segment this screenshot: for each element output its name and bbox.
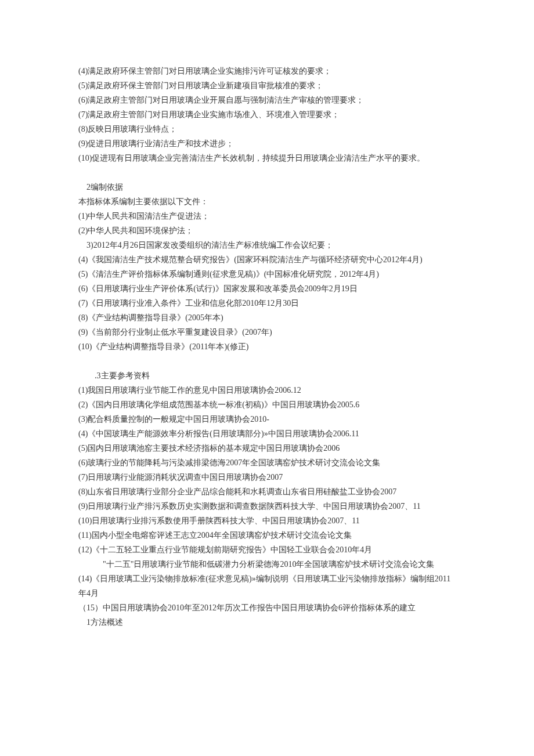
list-item: (3)配合料质量控制的一般规定中国日用玻璃协会2010- bbox=[78, 412, 456, 426]
list-item: (7)《日用玻璃行业准入条件》工业和信息化部2010年12月30日 bbox=[78, 296, 456, 310]
list-item: (6)《日用玻璃行业生产评价体系(试行)》国家发展和改革委员会2009年2月19… bbox=[78, 281, 456, 296]
list-item: (9)日用玻璃行业产排污系数历史实测数据和调查数据陕西科技大学、中国日用玻璃协会… bbox=[78, 499, 456, 513]
list-item: (12)《十二五轻工业重点行业节能规划前期研究报告》中国轻工业联合会2010年4… bbox=[78, 542, 456, 557]
list-item: (1)中华人民共和国清洁生产促进法； bbox=[78, 209, 456, 223]
list-item: (2)《国内日用玻璃化学组成范围基本统一标准(初稿)》中国日用玻璃协会2005.… bbox=[78, 397, 456, 412]
list-item: "十二五"日用玻璃行业节能和低碳潜力分析梁德海2010年全国玻璃窑炉技术研讨交流… bbox=[78, 557, 456, 571]
list-item: (4)《中国玻璃生产能源效率分析报告(日用玻璃部分)»中国日用玻璃协会2006.… bbox=[78, 426, 456, 441]
section-requirements: (4)满足政府环保主管部门对日用玻璃企业实施排污许可证核发的要求； (5)满足政… bbox=[78, 64, 456, 165]
list-item: (8)反映日用玻璃行业特点； bbox=[78, 122, 456, 136]
list-item: (9)促进日用玻璃行业清洁生产和技术进步； bbox=[78, 136, 456, 151]
list-item: (5)国内日用玻璃池窑主要技术经济指标的基本规定中国日用玻璃协会2006 bbox=[78, 441, 456, 455]
list-item: (7)日用玻璃行业能源消耗状况调查中国日用玻璃协会2007 bbox=[78, 470, 456, 484]
list-item: (7)满足政府主管部门对日用玻璃企业实施市场准入、环境准入管理要求； bbox=[78, 107, 456, 122]
list-item: (9)《当前部分行业制止低水平重复建设目录》(2007年) bbox=[78, 325, 456, 339]
list-item: (6)满足政府主管部门对日用玻璃企业开展自愿与强制清洁生产审核的管理要求； bbox=[78, 93, 456, 107]
spacer bbox=[78, 165, 456, 180]
section-title: 2编制依据 bbox=[78, 180, 456, 194]
list-item: (10)日用玻璃行业排污系数使用手册陕西科技大学、中国日用玻璃协会2007、11 bbox=[78, 513, 456, 528]
document-page: (4)满足政府环保主管部门对日用玻璃企业实施排污许可证核发的要求； (5)满足政… bbox=[0, 0, 534, 676]
list-item: (4)满足政府环保主管部门对日用玻璃企业实施排污许可证核发的要求； bbox=[78, 64, 456, 78]
list-item: (5)满足政府环保主管部门对日用玻璃企业新建项目审批核准的要求； bbox=[78, 78, 456, 93]
list-item: (8)《产业结构调整指导目录》(2005年本) bbox=[78, 310, 456, 325]
section-basis: 2编制依据 本指标体系编制主要依据以下文件： (1)中华人民共和国清洁生产促进法… bbox=[78, 180, 456, 354]
section-title: .3主要参考资料 bbox=[78, 368, 456, 383]
list-item: (2)中华人民共和国环境保护法； bbox=[78, 223, 456, 238]
section-references: .3主要参考资料 (1)我国日用玻璃行业节能工作的意见中国日用玻璃协会2006.… bbox=[78, 368, 456, 630]
list-item: （15）中国日用玻璃协会2010年至2012年历次工作报告中国日用玻璃协会6评价… bbox=[78, 601, 456, 615]
list-item: (11)国内小型全电熔窑评述王志立2004年全国玻璃窑炉技术研讨交流会论文集 bbox=[78, 528, 456, 542]
list-item: (5)《清洁生产评价指标体系编制通则(征求意见稿)》(中国标准化研究院，2012… bbox=[78, 267, 456, 281]
list-item: (10)促进现有日用玻璃企业完善清洁生产长效机制，持续提升日用玻璃企业清洁生产水… bbox=[78, 151, 456, 165]
list-item: (14)《日用玻璃工业污染物排放标准(征求意见稿)»编制说明《日用玻璃工业污染物… bbox=[78, 571, 456, 601]
list-item: 3)2012年4月26日国家发改委组织的清洁生产标准统编工作会议纪要； bbox=[78, 238, 456, 252]
list-item: (1)我国日用玻璃行业节能工作的意见中国日用玻璃协会2006.12 bbox=[78, 383, 456, 397]
list-item: (10)《产业结构调整指导目录》(2011年本)(修正) bbox=[78, 339, 456, 354]
list-item: (8)山东省日用玻璃行业部分企业产品综合能耗和水耗调查山东省日用硅酸盐工业协会2… bbox=[78, 484, 456, 499]
list-item: (6)玻璃行业的节能降耗与污染减排梁德海2007年全国玻璃窑炉技术研讨交流会论文… bbox=[78, 455, 456, 470]
spacer bbox=[78, 354, 456, 368]
section-closing: 1方法概述 bbox=[78, 615, 456, 630]
list-item: (4)《我国清洁生产技术规范整合研究报告》(国家环科院清洁生产与循环经济研究中心… bbox=[78, 252, 456, 267]
section-intro: 本指标体系编制主要依据以下文件： bbox=[78, 194, 456, 209]
